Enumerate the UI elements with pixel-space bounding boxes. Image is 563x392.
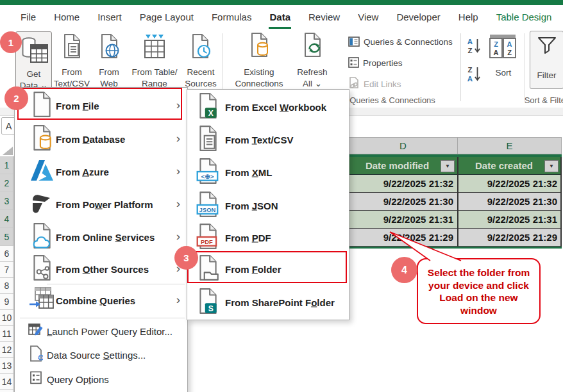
tab-help[interactable]: Help (450, 5, 487, 29)
row-header[interactable]: 7 (0, 262, 14, 278)
column-header-d[interactable]: D (348, 137, 458, 154)
table-header-date-modified[interactable]: Date modified ▼ (348, 157, 458, 175)
submenu-item-label: From Excel Workbook (225, 102, 326, 113)
from-web-button[interactable]: FromWeb (90, 67, 128, 89)
menu-separator (20, 318, 185, 318)
submenu-item-label: From JSON (225, 200, 278, 211)
filter-button[interactable]: Filter (530, 31, 563, 89)
properties-button[interactable]: Properties (348, 57, 403, 68)
from-table-range-icon (142, 33, 167, 59)
filter-dropdown-button[interactable]: ▼ (441, 160, 455, 172)
row-header[interactable]: 9 (0, 294, 14, 310)
row-header[interactable]: 4 (0, 210, 14, 228)
row-header[interactable]: 2 (0, 174, 14, 192)
submenu-item-from-text-csv[interactable]: From Text/CSV (187, 124, 349, 156)
group-label-sort-filter: Sort & Filter (514, 95, 563, 105)
submenu-item-from-sharepoint-folder[interactable]: S From SharePoint Folder (187, 286, 349, 318)
chevron-right-icon: › (176, 197, 180, 211)
tab-data[interactable]: Data (260, 5, 299, 29)
refresh-all-button[interactable]: RefreshAll ⌄ (296, 67, 328, 89)
highlight-from-file (17, 88, 182, 120)
menu-item-label: Launch Power Query Editor... (47, 326, 172, 337)
from-table-range-button[interactable]: From Table/Range (128, 67, 181, 89)
cell-e5[interactable]: 9/22/2025 21:29 (458, 229, 562, 247)
callout-pointer (382, 226, 468, 263)
submenu-item-label: From Text/CSV (225, 135, 293, 145)
menu-item-query-options[interactable]: Query Options (15, 368, 187, 391)
tab-table-design[interactable]: Table Design (487, 5, 561, 29)
menu-item-from-database[interactable]: From Database › (15, 123, 187, 155)
cell-e4[interactable]: 9/22/2025 21:31 (458, 211, 562, 229)
tab-formulas[interactable]: Formulas (203, 5, 261, 29)
azure-icon (29, 159, 55, 184)
tab-home[interactable]: Home (45, 5, 88, 29)
edit-links-icon (348, 77, 360, 90)
sort-za-icon[interactable]: Z A (466, 65, 482, 83)
excel-workbook-icon: X (195, 92, 221, 122)
submenu-item-from-xml[interactable]: <⊕> From XML (187, 156, 349, 188)
tab-review[interactable]: Review (299, 5, 349, 29)
svg-text:<⊕>: <⊕> (201, 173, 214, 180)
menu-item-from-online-services[interactable]: From Online Services › (15, 221, 187, 253)
row-header[interactable]: 5 (0, 228, 14, 246)
svg-text:A: A (494, 49, 499, 56)
table-header-date-created[interactable]: Date created ▼ (458, 157, 562, 175)
menu-item-data-source-settings[interactable]: ⚙ Data Source Settings... (15, 343, 187, 366)
queries-connections-icon (348, 37, 360, 47)
row-header[interactable]: 1 (0, 156, 14, 174)
row-header[interactable]: 14 (0, 374, 14, 390)
menu-item-from-power-platform[interactable]: From Power Platform › (15, 188, 187, 220)
data-source-settings-icon: ⚙ (28, 345, 44, 364)
svg-text:A: A (507, 40, 512, 48)
queries-connections-button[interactable]: Queries & Connections (348, 37, 453, 47)
sort-button[interactable]: Sort (487, 67, 519, 79)
recent-sources-button[interactable]: RecentSources (181, 67, 221, 89)
tab-page-layout[interactable]: Page Layout (131, 5, 203, 29)
json-icon: JSON (195, 191, 221, 220)
submenu-item-from-excel-workbook[interactable]: X From Excel Workbook (187, 91, 349, 123)
menu-item-from-azure[interactable]: From Azure › (15, 156, 187, 188)
step-badge-1: 1 (0, 31, 22, 53)
row-header[interactable]: 6 (0, 246, 14, 262)
row-header[interactable]: 11 (0, 326, 14, 342)
from-web-icon (98, 33, 120, 59)
properties-icon (348, 57, 359, 68)
menu-item-from-other-sources[interactable]: From Other Sources › (15, 254, 187, 283)
cell-e2[interactable]: 9/22/2025 21:32 (458, 175, 562, 193)
edit-links-button[interactable]: Edit Links (348, 77, 401, 90)
menu-item-combine-queries[interactable]: Combine Queries › (15, 285, 187, 316)
filter-dropdown-button[interactable]: ▼ (544, 160, 559, 172)
sort-az-icon[interactable]: A Z (466, 37, 482, 55)
submenu-item-from-json[interactable]: JSON From JSON (187, 190, 349, 222)
row-header[interactable]: 10 (0, 310, 14, 326)
existing-connections-button[interactable]: ExistingConnections (232, 67, 286, 89)
tab-developer[interactable]: Developer (387, 5, 449, 29)
callout-line: Load on the new (418, 291, 539, 304)
row-header[interactable]: 13 (0, 358, 14, 374)
cell-d3[interactable]: 9/22/2025 21:30 (348, 193, 458, 211)
tab-view[interactable]: View (349, 5, 387, 29)
table-border (560, 157, 562, 249)
row-header[interactable]: 12 (0, 342, 14, 358)
power-query-editor-icon (28, 323, 44, 339)
cell-d2[interactable]: 9/22/2025 21:32 (348, 175, 458, 193)
menu-item-launch-power-query-editor[interactable]: Launch Power Query Editor... (15, 320, 187, 343)
column-header-e[interactable]: E (457, 137, 562, 154)
other-sources-icon (29, 254, 55, 284)
submenu-item-label: From SharePoint Folder (225, 297, 335, 308)
tab-insert[interactable]: Insert (88, 5, 131, 29)
menu-item-label: From Database (56, 134, 125, 145)
from-text-csv-button[interactable]: FromText/CSV (51, 67, 92, 89)
refresh-all-icon (301, 32, 323, 58)
cell-e3[interactable]: 9/22/2025 21:30 (458, 193, 562, 211)
sort-icon: Z A A Z (489, 33, 517, 61)
select-all-corner[interactable] (3, 147, 13, 155)
menu-item-label: From Online Services (56, 232, 155, 243)
row-header[interactable]: 8 (0, 278, 14, 294)
row-header[interactable]: 3 (0, 192, 14, 210)
tab-file[interactable]: File (12, 5, 45, 29)
callout-line: window (418, 304, 539, 317)
xml-icon: <⊕> (195, 158, 221, 187)
chevron-right-icon: › (176, 131, 180, 145)
submenu-item-from-pdf[interactable]: PDF From PDF (187, 222, 349, 254)
